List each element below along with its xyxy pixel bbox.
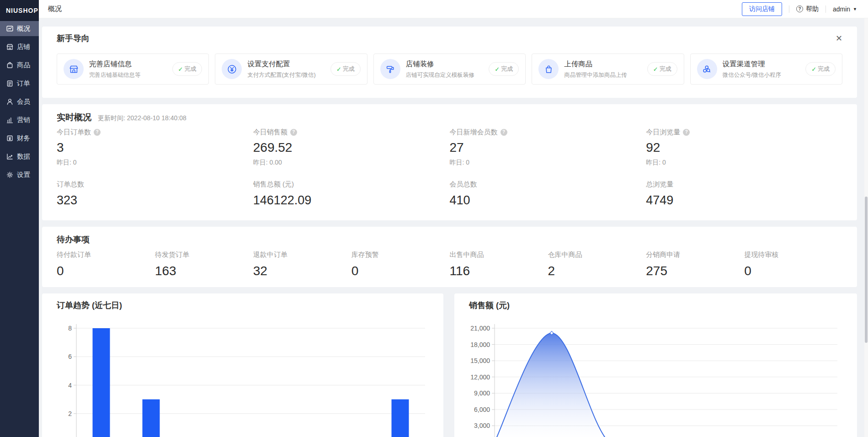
todo-to-ship-orders[interactable]: 待发货订单 163	[155, 250, 253, 279]
guide-item-shop-info[interactable]: 完善店铺信息 完善店铺基础信息等 ✓ 完成	[57, 53, 209, 85]
stat-today-members: 今日新增会员数 ? 27 昨日: 0	[450, 128, 646, 166]
stat-total-orders: 订单总数 323	[57, 180, 253, 208]
sidebar-item-member[interactable]: 会员	[0, 94, 39, 109]
realtime-title: 实时概况	[57, 112, 91, 123]
svg-text:9,000: 9,000	[474, 389, 490, 397]
help-label: 帮助	[806, 5, 819, 13]
stat-today-views: 今日浏览量 ? 92 昨日: 0	[646, 128, 842, 166]
done-badge: ✓ 完成	[330, 62, 361, 76]
todo-distributor-apply[interactable]: 分销商申请 275	[646, 250, 744, 279]
breadcrumb: 概况	[48, 5, 62, 13]
check-icon: ✓	[653, 66, 658, 73]
member-icon	[6, 98, 14, 106]
total-stats: 订单总数 323 销售总额 (元) 146122.09 会员总数 410 总浏览…	[57, 180, 842, 208]
svg-text:2: 2	[68, 410, 72, 417]
finance-icon	[6, 134, 14, 142]
marketing-icon	[6, 116, 14, 124]
done-badge: ✓ 完成	[647, 62, 677, 76]
svg-text:18,000: 18,000	[470, 341, 490, 348]
chevron-down-icon: ▼	[853, 7, 857, 11]
close-icon[interactable]: ✕	[836, 34, 842, 43]
order-icon	[6, 80, 14, 87]
update-time-label: 更新时间:	[98, 114, 125, 122]
top-header: 概况 访问店铺 ? 帮助 admin ▼	[39, 0, 868, 18]
guide-title: 新手导向	[57, 33, 90, 44]
bag-icon	[538, 59, 559, 79]
header-actions: 访问店铺 ? 帮助 admin ▼	[742, 2, 857, 16]
svg-text:6: 6	[68, 353, 72, 360]
channels-icon	[697, 59, 717, 79]
stat-today-sales: 今日销售额 ? 269.52 昨日: 0.00	[253, 128, 450, 166]
scrollbar-thumb[interactable]	[865, 197, 868, 343]
sidebar-item-shop[interactable]: 店铺	[0, 39, 39, 54]
svg-text:4: 4	[68, 382, 72, 389]
data-icon	[6, 153, 14, 160]
guide-items: 完善店铺信息 完善店铺基础信息等 ✓ 完成 设置支付配置 支付方式配置(支付宝/…	[57, 53, 842, 85]
stat-total-sales: 销售总额 (元) 146122.09	[253, 180, 450, 208]
svg-text:6,000: 6,000	[474, 406, 490, 413]
todo-withdraw-review[interactable]: 提现待审核 0	[744, 250, 842, 279]
svg-text:3,000: 3,000	[474, 422, 490, 429]
done-badge: ✓ 完成	[489, 62, 519, 76]
guide-item-channel[interactable]: 设置渠道管理 微信公众号/微信小程序 ✓ 完成	[690, 53, 842, 85]
sales-chart: 3,0006,0009,00012,00015,00018,00021,000	[454, 311, 857, 437]
svg-text:12,000: 12,000	[470, 373, 490, 381]
sidebar-item-marketing[interactable]: 营销	[0, 112, 39, 128]
realtime-overview-card: 实时概况 更新时间: 2022-08-10 18:40:08 今日订单数 ? 3…	[42, 104, 857, 220]
sidebar-item-order[interactable]: 订单	[0, 76, 39, 91]
settings-icon	[6, 171, 14, 179]
username: admin	[833, 5, 850, 13]
order-trend-title: 订单趋势 (近七日)	[42, 300, 443, 311]
sidebar-menu: 概况 店铺 商品 订单 会员 营销 财务 数据	[0, 21, 39, 182]
guide-item-upload-goods[interactable]: 上传商品 商品管理中添加商品上传 ✓ 完成	[532, 53, 684, 85]
sidebar-item-data[interactable]: 数据	[0, 149, 39, 164]
help-icon[interactable]: ?	[290, 129, 297, 136]
help-icon[interactable]: ?	[683, 129, 690, 136]
sidebar-item-overview[interactable]: 概况	[0, 21, 39, 36]
overview-icon	[6, 25, 14, 32]
svg-text:15,000: 15,000	[470, 357, 490, 364]
shopfront-icon	[64, 59, 84, 79]
help-icon[interactable]: ?	[94, 129, 101, 136]
sidebar-item-settings[interactable]: 设置	[0, 167, 39, 182]
divider	[789, 5, 789, 13]
visit-shop-button[interactable]: 访问店铺	[742, 2, 782, 16]
user-menu[interactable]: admin ▼	[833, 5, 857, 13]
help-button[interactable]: ? 帮助	[796, 5, 819, 13]
today-stats: 今日订单数 ? 3 昨日: 0 今日销售额 ? 269.52 昨日: 0.00 …	[57, 128, 842, 166]
sidebar-item-goods[interactable]: 商品	[0, 58, 39, 73]
check-icon: ✓	[495, 66, 500, 73]
todo-items: 待付款订单 0 待发货订单 163 退款中订单 32 库存预警 0 出售中商品 …	[57, 250, 842, 279]
divider	[825, 5, 826, 13]
stat-total-members: 会员总数 410	[450, 180, 646, 208]
todo-refunding-orders[interactable]: 退款中订单 32	[253, 250, 351, 279]
svg-text:8: 8	[68, 325, 72, 332]
guide-item-payment[interactable]: 设置支付配置 支付方式配置(支付宝/微信) ✓ 完成	[215, 53, 367, 85]
help-icon: ?	[796, 5, 803, 12]
sidebar-item-finance[interactable]: 财务	[0, 131, 39, 146]
goods-icon	[6, 61, 14, 69]
order-trend-chart: 2468	[42, 311, 443, 437]
done-badge: ✓ 完成	[805, 62, 836, 76]
check-icon: ✓	[811, 66, 816, 73]
todo-stock-warning[interactable]: 库存预警 0	[351, 250, 450, 279]
main-content: 新手导向 ✕ 完善店铺信息 完善店铺基础信息等 ✓ 完成	[39, 18, 868, 437]
yen-icon	[222, 59, 242, 79]
sales-chart-card: 销售额 (元) 3,0006,0009,00012,00015,00018,00…	[454, 293, 857, 437]
done-badge: ✓ 完成	[172, 62, 202, 76]
sidebar: NIUSHOP 概况 店铺 商品 订单 会员 营销 财务	[0, 0, 39, 437]
todo-on-sale-goods[interactable]: 出售中商品 116	[450, 250, 548, 279]
todo-unpaid-orders[interactable]: 待付款订单 0	[57, 250, 155, 279]
stat-total-views: 总浏览量 4749	[646, 180, 842, 208]
todo-warehouse-goods[interactable]: 仓库中商品 2	[548, 250, 646, 279]
app-logo: NIUSHOP	[0, 0, 39, 21]
newbie-guide-card: 新手导向 ✕ 完善店铺信息 完善店铺基础信息等 ✓ 完成	[42, 27, 857, 98]
update-time: 2022-08-10 18:40:08	[127, 114, 186, 122]
sales-chart-title: 销售额 (元)	[454, 300, 857, 311]
stat-today-orders: 今日订单数 ? 3 昨日: 0	[57, 128, 253, 166]
guide-item-decorate[interactable]: 店铺装修 店铺可实现自定义模板装修 ✓ 完成	[373, 53, 526, 85]
svg-text:21,000: 21,000	[470, 325, 490, 332]
help-icon[interactable]: ?	[501, 129, 507, 136]
charts-row: 订单趋势 (近七日) 2468 销售额 (元) 3,0006,0009,0001…	[42, 293, 857, 437]
check-icon: ✓	[336, 66, 341, 73]
